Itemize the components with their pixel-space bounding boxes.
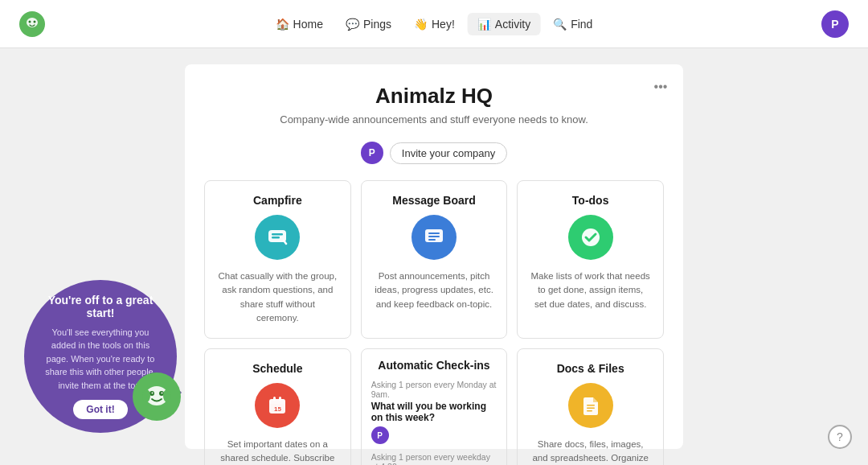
checkin-item: Asking 1 person every weekday at 4:30pm.…: [371, 452, 497, 465]
todos-desc: Make lists of work that needs to get don…: [530, 270, 650, 311]
invite-avatar: P: [361, 142, 383, 164]
campfire-desc: Chat casually with the group, ask random…: [218, 270, 338, 325]
schedule-icon: 15: [255, 383, 300, 428]
svg-rect-15: [279, 397, 281, 401]
svg-rect-10: [428, 239, 436, 241]
invite-company-button[interactable]: Invite your company: [390, 142, 507, 164]
tooltip-body: You'll see everything you added in the t…: [43, 326, 158, 393]
help-button[interactable]: ?: [828, 425, 852, 449]
message-board-desc: Post announcements, pitch ideas, progres…: [375, 270, 494, 311]
checkin-time: Asking 1 person every Monday at 9am.: [371, 380, 497, 399]
home-icon: 🏠: [276, 18, 289, 31]
tool-automatic-checkins[interactable]: Automatic Check-ins Asking 1 person ever…: [361, 348, 508, 465]
checkin-question: What will you be working on this week?: [371, 401, 497, 423]
docs-desc: Share docs, files, images, and spreadshe…: [530, 438, 650, 465]
svg-text:15: 15: [274, 405, 281, 413]
nav-activity-label: Activity: [495, 18, 530, 31]
nav-hey-label: Hey!: [432, 18, 455, 31]
checkin-time: Asking 1 person every weekday at 4:30pm.: [371, 452, 497, 465]
top-navigation: 🏠 Home 💬 Pings 👋 Hey! 📊 Activity 🔍 Find …: [0, 0, 868, 48]
nav-activity[interactable]: 📊 Activity: [468, 13, 540, 35]
svg-rect-6: [272, 237, 280, 239]
tooltip-got-it-button[interactable]: Got it!: [73, 400, 127, 419]
invite-row: P Invite your company: [204, 142, 664, 164]
tool-campfire[interactable]: Campfire Chat casually with the group, a…: [204, 180, 351, 339]
schedule-desc: Set important dates on a shared schedule…: [218, 438, 338, 465]
svg-rect-13: [269, 399, 285, 404]
svg-point-3: [34, 20, 36, 23]
page-title: Animalz HQ: [204, 84, 664, 109]
campfire-title: Campfire: [218, 194, 338, 207]
nav-hey[interactable]: 👋 Hey!: [404, 13, 465, 35]
nav-pings-label: Pings: [363, 18, 391, 31]
hey-icon: 👋: [414, 18, 428, 31]
svg-rect-14: [273, 397, 276, 401]
schedule-title: Schedule: [218, 362, 338, 375]
tooltip-overlay: You're off to a great start! You'll see …: [24, 280, 177, 433]
card-header: Animalz HQ Company-wide announcements an…: [204, 84, 664, 126]
nav-pings[interactable]: 💬 Pings: [336, 13, 401, 35]
pings-icon: 💬: [346, 18, 359, 31]
app-logo[interactable]: [19, 11, 45, 37]
find-icon: 🔍: [553, 18, 567, 31]
campfire-icon: [255, 215, 300, 260]
tool-todos[interactable]: To-dos Make lists of work that needs to …: [517, 180, 664, 339]
todos-title: To-dos: [530, 194, 650, 207]
docs-title: Docs & Files: [530, 362, 650, 375]
svg-point-2: [29, 20, 31, 23]
svg-rect-17: [587, 405, 595, 406]
tool-message-board[interactable]: Message Board Post announcements, pitch …: [361, 180, 508, 339]
main-area: ••• Animalz HQ Company-wide announcement…: [0, 48, 868, 465]
checkins-title: Automatic Check-ins: [371, 359, 497, 372]
nav-find-label: Find: [571, 18, 592, 31]
svg-rect-8: [428, 232, 440, 234]
svg-rect-5: [272, 233, 283, 236]
tools-grid: Campfire Chat casually with the group, a…: [204, 180, 664, 465]
checkins-list: Asking 1 person every Monday at 9am.What…: [371, 380, 497, 465]
main-nav: 🏠 Home 💬 Pings 👋 Hey! 📊 Activity 🔍 Find: [266, 13, 603, 35]
activity-icon: 📊: [477, 18, 491, 31]
more-menu-button[interactable]: •••: [649, 76, 672, 98]
nav-home-label: Home: [293, 18, 323, 31]
page-subtitle: Company-wide announcements and stuff eve…: [204, 113, 664, 126]
user-avatar[interactable]: P: [821, 10, 849, 38]
tooltip-title: You're off to a great start!: [43, 294, 158, 319]
svg-rect-19: [587, 410, 592, 412]
todos-icon: [568, 215, 613, 260]
tool-schedule[interactable]: Schedule 15 Set important dates on a sha…: [204, 348, 351, 465]
checkin-avatar: P: [371, 426, 389, 444]
message-board-title: Message Board: [375, 194, 494, 207]
svg-rect-9: [428, 236, 440, 237]
message-board-icon: [411, 215, 457, 260]
nav-home[interactable]: 🏠 Home: [266, 13, 333, 35]
svg-rect-18: [587, 408, 595, 409]
nav-find[interactable]: 🔍 Find: [543, 13, 602, 35]
hq-card: ••• Animalz HQ Company-wide announcement…: [185, 64, 683, 449]
tool-docs-files[interactable]: Docs & Files Share docs, files, images, …: [517, 348, 664, 465]
docs-icon: [568, 383, 613, 428]
tooltip-bubble: You're off to a great start! You'll see …: [24, 280, 177, 433]
checkin-item: Asking 1 person every Monday at 9am.What…: [371, 380, 497, 444]
